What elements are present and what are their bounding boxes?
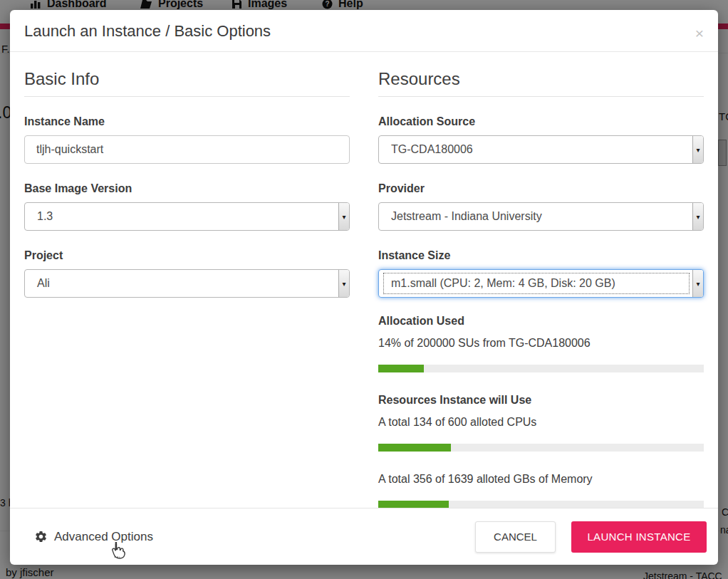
dropdown-arrow-icon <box>692 203 703 230</box>
gear-icon <box>34 530 48 543</box>
basic-info-heading: Basic Info <box>24 69 350 97</box>
modal-body: Basic Info Instance Name Base Image Vers… <box>10 52 718 508</box>
advanced-options-label: Advanced Options <box>54 530 153 544</box>
instance-name-label: Instance Name <box>24 115 350 128</box>
close-icon[interactable]: × <box>695 26 704 41</box>
launch-instance-modal: Launch an Instance / Basic Options × Bas… <box>10 10 718 565</box>
resources-column: Resources Allocation Source TG-CDA180006… <box>378 66 704 508</box>
hand-cursor-icon <box>108 541 127 562</box>
launch-instance-button[interactable]: LAUNCH INSTANCE <box>571 521 707 553</box>
instance-size-value: m1.small (CPU: 2, Mem: 4 GB, Disk: 20 GB… <box>383 273 690 294</box>
project-value: Ali <box>29 273 336 294</box>
modal-header: Launch an Instance / Basic Options × <box>10 10 718 52</box>
instance-size-label: Instance Size <box>378 249 704 262</box>
base-image-version-select[interactable]: 1.3 <box>24 202 350 231</box>
provider-select[interactable]: Jetstream - Indiana University <box>378 202 704 231</box>
dropdown-arrow-icon <box>338 270 349 297</box>
basic-info-column: Basic Info Instance Name Base Image Vers… <box>24 66 350 508</box>
resources-heading: Resources <box>378 69 704 97</box>
cpu-usage-progressbar <box>378 444 704 452</box>
progress-fill <box>378 444 451 452</box>
modal-title: Launch an Instance / Basic Options <box>24 22 704 41</box>
dropdown-arrow-icon <box>338 203 349 230</box>
provider-value: Jetstream - Indiana University <box>383 206 690 227</box>
instance-resources-heading: Resources Instance will Use <box>378 394 704 407</box>
footer-buttons: CANCEL LAUNCH INSTANCE <box>475 521 707 553</box>
project-label: Project <box>24 249 350 262</box>
memory-usage-text: A total 356 of 1639 alloted GBs of Memor… <box>378 473 704 486</box>
instance-size-select[interactable]: m1.small (CPU: 2, Mem: 4 GB, Disk: 20 GB… <box>378 269 704 298</box>
cancel-button[interactable]: CANCEL <box>475 521 556 553</box>
provider-label: Provider <box>378 182 704 195</box>
progress-fill <box>378 501 449 508</box>
project-select[interactable]: Ali <box>24 269 350 298</box>
allocation-used-heading: Allocation Used <box>378 315 704 328</box>
allocation-used-progressbar <box>378 365 704 372</box>
progress-fill <box>378 365 424 372</box>
allocation-source-label: Allocation Source <box>378 115 704 128</box>
base-image-version-value: 1.3 <box>29 206 336 227</box>
advanced-options-button[interactable]: Advanced Options <box>34 530 153 544</box>
cpu-usage-text: A total 134 of 600 alloted CPUs <box>378 416 704 429</box>
instance-name-input[interactable] <box>24 135 350 164</box>
allocation-source-value: TG-CDA180006 <box>383 139 690 160</box>
base-image-version-label: Base Image Version <box>24 182 350 195</box>
allocation-source-select[interactable]: TG-CDA180006 <box>378 135 704 164</box>
memory-usage-progressbar <box>378 501 704 508</box>
allocation-used-text: 14% of 200000 SUs from TG-CDA180006 <box>378 337 704 350</box>
modal-footer: Advanced Options CANCEL LAUNCH INSTANCE <box>10 508 718 565</box>
dropdown-arrow-icon <box>692 136 703 163</box>
dropdown-arrow-icon <box>692 270 703 297</box>
